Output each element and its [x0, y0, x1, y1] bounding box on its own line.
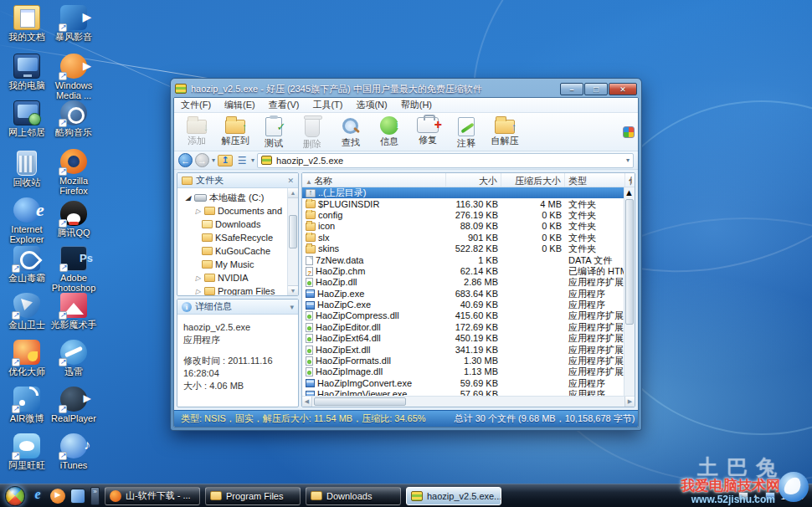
file-row[interactable]: HaoZipImgViewer.exe57.69 KB应用程序2 — [302, 389, 624, 396]
file-row[interactable]: HaoZipFormats.dll1.30 MB应用程序扩展2 — [302, 356, 624, 366]
comment-button[interactable]: 注释 — [447, 115, 486, 151]
desktop-icon-kugou[interactable]: 酷狗音乐 — [50, 100, 97, 137]
media-player-icon[interactable] — [50, 489, 65, 504]
close-panel-icon[interactable]: ✕ — [287, 177, 294, 185]
column-size[interactable]: 大小 — [446, 173, 501, 187]
history-dropdown-icon[interactable]: ▾ — [212, 156, 215, 164]
task-button-program-files[interactable]: Program Files — [205, 487, 301, 505]
file-row[interactable]: HaoZipExt64.dll450.19 KB应用程序扩展2 — [302, 333, 624, 344]
task-button-haozip[interactable]: haozip_v2.5.exe... — [406, 487, 501, 505]
folders-panel-header[interactable]: 文件夹 ✕ — [177, 173, 298, 188]
window-titlebar[interactable]: haozip_v2.5.exe - 好压 (2345旗下产品) 中国用户量最大的… — [173, 79, 639, 97]
expander-closed-icon[interactable] — [194, 288, 202, 295]
network-icon[interactable] — [765, 492, 775, 500]
desktop-icon-ali-wangwang[interactable]: 阿里旺旺 — [3, 433, 50, 470]
close-button[interactable] — [609, 83, 637, 95]
file-row[interactable]: $PLUGINSDIR116.30 KB4 MB文件夹2 — [302, 198, 624, 209]
column-packed-size[interactable]: 压缩后大小 — [501, 173, 565, 187]
scroll-down-icon[interactable]: ▼ — [288, 285, 298, 295]
show-hidden-icons-icon[interactable] — [753, 492, 760, 500]
column-type[interactable]: 类型 — [565, 173, 625, 187]
desktop-icon-network-places[interactable]: 网上邻居 — [3, 100, 50, 137]
column-modified[interactable]: 修改时间 — [625, 173, 632, 187]
tree-item-drive-c[interactable]: 本地磁盘 (C:) — [181, 191, 286, 204]
expander-closed-icon[interactable] — [194, 207, 202, 215]
desktop-icon-kingsoft-duba[interactable]: 金山毒霸 — [3, 246, 50, 283]
file-row[interactable]: HaoZipImgConvert.exe59.69 KB应用程序2 — [302, 378, 624, 389]
ime-indicator-icon[interactable] — [738, 492, 748, 500]
internet-explorer-icon[interactable] — [30, 489, 45, 504]
minimize-button[interactable] — [560, 83, 583, 95]
start-button[interactable] — [5, 486, 25, 506]
desktop-icon-my-documents[interactable]: 我的文档 — [3, 5, 50, 42]
sfx-button[interactable]: 自解压 — [486, 115, 524, 148]
view-mode-icon[interactable] — [235, 155, 249, 166]
desktop-icon-itunes[interactable]: iTunes — [50, 433, 97, 470]
address-input[interactable]: haozip_v2.5.exe ▾ — [257, 153, 634, 168]
find-button[interactable]: 查找 — [331, 115, 370, 150]
test-button[interactable]: 测试 — [254, 115, 293, 151]
desktop-icon-kingsoft-weishi[interactable]: 金山卫士 — [3, 293, 50, 330]
task-button-firefox[interactable]: 山-软件下载 - ... — [105, 487, 200, 505]
tree-item-nvidia[interactable]: NVIDIA — [181, 271, 286, 284]
desktop-icon-baofeng[interactable]: 暴风影音 — [50, 5, 97, 42]
desktop-icon-windows-media[interactable]: Windows Media ... — [50, 54, 97, 100]
vertical-scrollbar[interactable]: ▲▼ — [624, 187, 635, 396]
up-one-level-icon[interactable] — [218, 155, 233, 166]
expander-closed-icon[interactable] — [194, 274, 202, 282]
file-row-up[interactable]: ..(上层目录) — [302, 187, 624, 198]
forward-button[interactable] — [195, 153, 209, 167]
desktop-icon-air-weibo[interactable]: AIR微博 — [3, 387, 50, 423]
info-button[interactable]: 信息 — [370, 115, 409, 149]
desktop-icon-xunlei[interactable]: 迅雷 — [50, 340, 97, 376]
desktop-icon-realplayer[interactable]: RealPlayer — [50, 387, 97, 423]
menu-edit[interactable]: 编辑(E) — [224, 99, 255, 111]
scroll-up-icon[interactable]: ▲ — [288, 188, 298, 198]
file-row[interactable]: HaoZipC.exe40.69 KB应用程序2 — [302, 300, 624, 310]
tree-item-program-files[interactable]: Program Files — [181, 284, 286, 295]
taskbar-clock[interactable]: 16:35 — [780, 491, 807, 501]
desktop-icon-youhua-dashi[interactable]: 优化大师 — [3, 340, 50, 376]
file-row[interactable]: HaoZip.chm62.14 KB已编译的 HTML ...2 — [302, 266, 624, 277]
file-row[interactable]: HaoZip.dll2.86 MB应用程序扩展2 — [302, 277, 624, 288]
menu-view[interactable]: 查看(V) — [269, 99, 300, 111]
tree-item-downloads[interactable]: Downloads — [181, 218, 286, 231]
file-row[interactable]: HaoZipImage.dll1.13 MB应用程序扩展2 — [302, 366, 624, 377]
scroll-right-icon[interactable]: ▶ — [624, 397, 635, 407]
maximize-button[interactable] — [584, 83, 608, 95]
tree-item-kugoucache[interactable]: KuGouCache — [181, 244, 286, 258]
menu-file[interactable]: 文件(F) — [181, 99, 211, 111]
tree-scrollbar[interactable]: ▲▼ — [287, 188, 298, 295]
show-desktop-icon[interactable] — [70, 489, 85, 504]
expander-open-icon[interactable] — [184, 194, 192, 202]
desktop-icon-internet-explorer[interactable]: Internet Explorer — [3, 197, 50, 244]
menu-options[interactable]: 选项(N) — [356, 99, 387, 111]
file-row[interactable]: HaoZip.exe683.64 KB应用程序2 — [302, 289, 624, 300]
horizontal-scrollbar[interactable]: ◀▶ — [302, 396, 635, 407]
file-row[interactable]: slx901 KB0 KB文件夹2 — [302, 233, 624, 243]
file-row[interactable]: HaoZipEditor.dll172.69 KB应用程序扩展2 — [302, 322, 624, 333]
desktop-icon-recycle-bin[interactable]: 回收站 — [3, 149, 50, 187]
extract-to-button[interactable]: 解压到 — [216, 115, 254, 148]
file-row[interactable]: icon88.09 KB0 KB文件夹2 — [302, 221, 624, 232]
scroll-left-icon[interactable]: ◀ — [302, 397, 312, 407]
desktop-icon-guangying[interactable]: 光影魔术手 — [50, 293, 97, 330]
task-button-downloads[interactable]: Downloads — [306, 487, 401, 505]
repair-button[interactable]: 修复 — [409, 115, 447, 147]
details-panel-header[interactable]: 详细信息 ▾ — [177, 300, 298, 315]
back-button[interactable] — [178, 153, 193, 167]
desktop-icon-firefox[interactable]: Mozilla Firefox — [50, 149, 97, 196]
desktop-icon-my-computer[interactable]: 我的电脑 — [3, 54, 50, 90]
tree-item-ksaferecycle[interactable]: KSafeRecycle — [181, 231, 286, 244]
file-row[interactable]: config276.19 KB0 KB文件夹2 — [302, 210, 624, 221]
scroll-up-icon[interactable]: ▲ — [624, 187, 635, 197]
skin-palette-icon[interactable] — [623, 126, 635, 138]
file-row[interactable]: HaoZipCompress.dll415.60 KB应用程序扩展2 — [302, 310, 624, 321]
file-row[interactable]: HaoZipExt.dll341.19 KB应用程序扩展2 — [302, 344, 624, 355]
scroll-thumb[interactable] — [625, 199, 634, 325]
quick-launch-expand-icon[interactable] — [90, 487, 100, 505]
scroll-thumb[interactable] — [289, 215, 297, 248]
menu-tools[interactable]: 工具(T) — [312, 99, 342, 111]
desktop-icon-qq[interactable]: 腾讯QQ — [50, 201, 97, 238]
collapse-panel-icon[interactable]: ▾ — [290, 303, 294, 311]
